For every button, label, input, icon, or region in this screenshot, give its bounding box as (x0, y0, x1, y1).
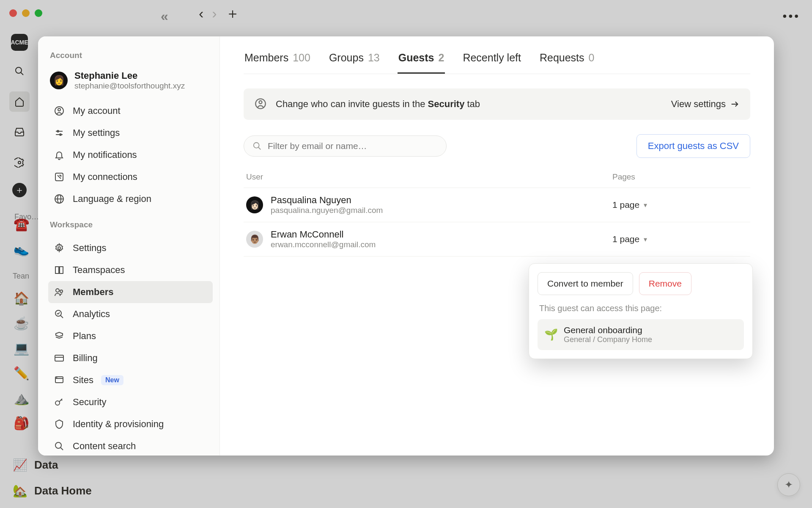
sidebar-item-label: Members (73, 287, 114, 298)
filter-row: Export guests as CSV (244, 134, 750, 158)
guest-row: 👨🏽Erwan McConnellerwan.mcconnell@gmail.c… (244, 222, 750, 257)
svg-rect-15 (60, 267, 63, 273)
chevron-down-icon: ▾ (644, 201, 647, 209)
tab-label: Guests (398, 52, 434, 64)
export-csv-button[interactable]: Export guests as CSV (636, 134, 750, 158)
sidebar-section-account: Account (50, 51, 211, 60)
sidebar-item-label: Billing (73, 353, 98, 364)
tab-groups[interactable]: Groups13 (328, 52, 381, 74)
security-icon (53, 396, 65, 408)
profile-email: stephanie@toolsforthought.xyz (74, 81, 185, 91)
my-account-icon (53, 105, 65, 117)
popover-actions: Convert to member Remove (538, 272, 744, 295)
svg-line-19 (60, 315, 63, 318)
sidebar-item-settings[interactable]: Settings (48, 237, 213, 259)
view-settings-label: View settings (671, 99, 726, 110)
analytics-icon (53, 308, 65, 320)
sidebar-item-label: My settings (73, 127, 120, 138)
my-connections-icon (53, 171, 65, 183)
sidebar-item-analytics[interactable]: Analytics (48, 303, 213, 325)
new-badge: New (101, 375, 123, 385)
guest-search-input[interactable] (268, 141, 438, 151)
svg-rect-20 (55, 355, 63, 361)
profile-block[interactable]: 👩 Stephanie Lee stephanie@toolsforthough… (48, 68, 213, 100)
svg-rect-14 (55, 267, 59, 273)
guest-email: erwan.mcconnell@gmail.com (271, 240, 376, 249)
members-tabs: Members100Groups13Guests2Recently leftRe… (244, 52, 750, 74)
sidebar-item-members[interactable]: Members (48, 281, 213, 303)
settings-main: Members100Groups13Guests2Recently leftRe… (220, 36, 774, 456)
sidebar-item-my-account[interactable]: My account (48, 100, 213, 122)
callout-text: Change who can invite guests in the Secu… (276, 99, 480, 110)
guest-name: Pasqualina Nguyen (271, 195, 383, 206)
guest-search-field[interactable] (244, 135, 447, 157)
popover-subtext: This guest can access this page: (538, 304, 744, 313)
sidebar-section-workspace: Workspace (50, 220, 211, 229)
view-settings-link[interactable]: View settings (671, 99, 739, 110)
sidebar-item-label: My notifications (73, 149, 137, 160)
arrow-right-icon (730, 99, 739, 109)
guest-pages-label: 1 page (612, 234, 639, 244)
sidebar-item-label: Analytics (73, 309, 110, 320)
tab-label: Recently left (463, 52, 521, 64)
accessible-page-card[interactable]: 🌱 General onboarding General / Company H… (538, 319, 744, 350)
sidebar-item-billing[interactable]: Billing (48, 347, 213, 369)
callout-bold: Security (428, 99, 465, 109)
col-pages-header: Pages (612, 172, 748, 182)
svg-point-16 (56, 289, 59, 292)
guest-user-cell: 👨🏽Erwan McConnellerwan.mcconnell@gmail.c… (246, 229, 612, 249)
svg-point-13 (58, 247, 60, 249)
guest-user-cell: 👩🏻Pasqualina Nguyenpasqualina.nguyen@gma… (246, 195, 612, 215)
sidebar-item-language-region[interactable]: Language & region (48, 188, 213, 210)
sidebar-item-sites[interactable]: SitesNew (48, 369, 213, 391)
tab-recently-left[interactable]: Recently left (462, 52, 522, 74)
page-breadcrumb: General / Company Home (564, 335, 652, 344)
sidebar-item-label: Sites (73, 375, 93, 386)
security-callout: Change who can invite guests in the Secu… (244, 88, 750, 120)
tab-count: 0 (589, 52, 595, 64)
sidebar-item-my-settings[interactable]: My settings (48, 122, 213, 144)
sidebar-item-teamspaces[interactable]: Teamspaces (48, 259, 213, 281)
sites-icon (53, 374, 65, 386)
sidebar-item-label: Plans (73, 331, 96, 342)
sidebar-item-content-search[interactable]: Content search (48, 435, 213, 456)
tab-count: 100 (293, 52, 310, 64)
sidebar-item-my-notifications[interactable]: My notifications (48, 144, 213, 166)
guest-avatar-icon: 👨🏽 (246, 231, 263, 248)
guest-avatar-icon: 👩🏻 (246, 196, 263, 213)
billing-icon (53, 352, 65, 364)
members-icon (53, 286, 65, 298)
sidebar-item-my-connections[interactable]: My connections (48, 166, 213, 188)
tab-guests[interactable]: Guests2 (398, 52, 445, 74)
sidebar-item-label: Teamspaces (73, 265, 125, 276)
tab-count: 13 (368, 52, 380, 64)
svg-point-26 (55, 442, 61, 448)
guest-table-header: User Pages (244, 172, 750, 188)
settings-sidebar: Account 👩 Stephanie Lee stephanie@toolsf… (38, 36, 220, 456)
sidebar-item-label: Identity & provisioning (73, 419, 164, 430)
search-icon (252, 141, 262, 151)
guest-pages-dropdown[interactable]: 1 page▾ (612, 200, 748, 210)
col-user-header: User (246, 172, 612, 182)
tab-label: Requests (540, 52, 584, 64)
tab-members[interactable]: Members100 (244, 52, 311, 74)
tab-count: 2 (438, 52, 444, 64)
my-notifications-icon (53, 149, 65, 161)
sidebar-item-security[interactable]: Security (48, 391, 213, 413)
settings-icon (53, 242, 65, 254)
tab-requests[interactable]: Requests0 (539, 52, 595, 74)
svg-line-36 (258, 147, 261, 150)
chevron-down-icon: ▾ (644, 235, 647, 243)
person-circle-icon (255, 98, 267, 110)
profile-name: Stephanie Lee (74, 70, 185, 81)
remove-guest-button[interactable]: Remove (639, 272, 691, 295)
tab-label: Members (244, 52, 288, 64)
sidebar-item-identity[interactable]: Identity & provisioning (48, 413, 213, 435)
svg-point-17 (60, 290, 63, 293)
callout-prefix: Change who can invite guests in the (276, 99, 428, 109)
guest-pages-dropdown[interactable]: 1 page▾ (612, 234, 748, 244)
identity-icon (53, 418, 65, 430)
my-settings-icon (53, 127, 65, 139)
convert-to-member-button[interactable]: Convert to member (538, 272, 633, 295)
sidebar-item-plans[interactable]: Plans (48, 325, 213, 347)
